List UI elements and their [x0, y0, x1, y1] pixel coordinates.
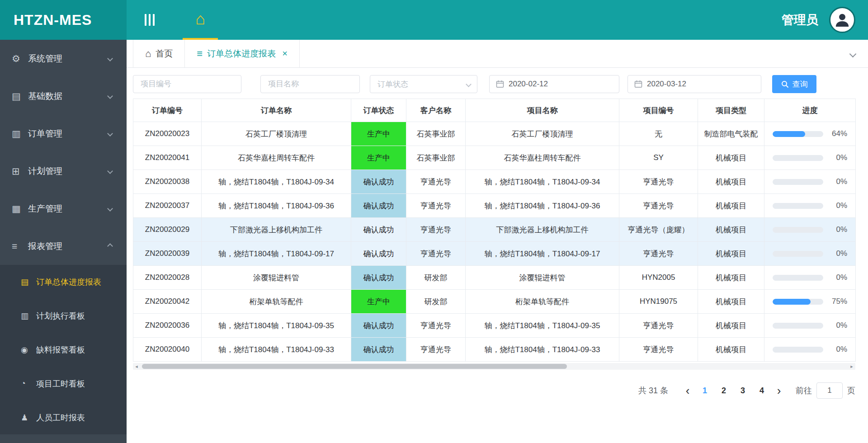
cell-order-no: ZN20020028 [133, 266, 202, 290]
tab-order-progress-report[interactable]: ≡ 订单总体进度报表 × [184, 40, 300, 67]
date-to-input[interactable]: 2020-03-12 [627, 75, 761, 93]
sidebar-item-plans[interactable]: ⊞ 计划管理 [0, 152, 127, 190]
status-cell: 确认成功 [351, 338, 406, 362]
page-number-button[interactable]: 3 [735, 383, 750, 398]
user-avatar[interactable] [829, 7, 855, 33]
page-number-button[interactable]: 1 [697, 383, 712, 398]
progress-bar [773, 203, 823, 209]
sidebar-subitem-label: 订单总体进度报表 [36, 277, 101, 287]
cell-customer: 亨通光导 [406, 314, 466, 338]
status-cell: 生产中 [351, 146, 406, 170]
current-user-label: 管理员 [782, 12, 818, 28]
order-status-select[interactable]: 订单状态 [370, 75, 477, 93]
cell-project-name: 轴，烧结T1804轴，T1804J-09-36 [466, 194, 619, 218]
sidebar-subitem-order-progress-report[interactable]: ▤ 订单总体进度报表 [0, 265, 127, 299]
table-row[interactable]: ZN20020023石英工厂楼顶清理生产中石英事业部石英工厂楼顶清理无制造部电气… [133, 122, 856, 146]
page-number-button[interactable]: 2 [716, 383, 731, 398]
cell-project-type: 机械项目 [698, 290, 764, 314]
table-row[interactable]: ZN20020042桁架单轨等配件生产中研发部桁架单轨等配件HYN19075机械… [133, 290, 856, 314]
cell-project-type: 机械项目 [698, 338, 764, 362]
sidebar-subitem-plan-execution-board[interactable]: ▥ 计划执行看板 [0, 299, 127, 333]
table-row[interactable]: ZN20020038轴，烧结T1804轴，T1804J-09-34确认成功亨通光… [133, 170, 856, 194]
search-button-label: 查询 [793, 79, 808, 90]
progress-label: 0% [836, 225, 847, 234]
select-placeholder: 订单状态 [377, 79, 467, 90]
sidebar-item-orders[interactable]: ▥ 订单管理 [0, 115, 127, 152]
table-row[interactable]: ZN20020029下部激光器上移机构加工件确认成功亨通光导下部激光器上移机构加… [133, 218, 856, 242]
cell-project-type: 机械项目 [698, 266, 764, 290]
table-row[interactable]: ZN20020039轴，烧结T1804轴，T1804J-09-17确认成功亨通光… [133, 242, 856, 266]
tab-home[interactable]: ⌂ 首页 [133, 40, 185, 67]
cell-project-name: 桁架单轨等配件 [466, 290, 619, 314]
table-row[interactable]: ZN20020037轴，烧结T1804轴，T1804J-09-36确认成功亨通光… [133, 194, 856, 218]
order-icon: ▥ [12, 128, 28, 139]
cell-order-name: 下部激光器上移机构加工件 [202, 218, 351, 242]
table-row[interactable]: ZN20020041石英华嘉柱周转车配件生产中石英事业部石英华嘉柱周转车配件SY… [133, 146, 856, 170]
chevron-down-icon [107, 131, 113, 137]
cell-project-no: 亨通光导 [619, 170, 698, 194]
sidebar-item-basic-data[interactable]: ▤ 基础数据 [0, 77, 127, 115]
sidebar-collapse-button[interactable] [145, 13, 155, 27]
cell-order-no: ZN20020041 [133, 146, 202, 170]
project-name-input[interactable] [260, 75, 360, 93]
table-body: ZN20020023石英工厂楼顶清理生产中石英事业部石英工厂楼顶清理无制造部电气… [133, 122, 856, 362]
cell-project-name: 轴，烧结T1804轴，T1804J-09-17 [466, 242, 619, 266]
table-row[interactable]: ZN20020028涂覆辊进料管确认成功研发部涂覆辊进料管HYN2005机械项目… [133, 266, 856, 290]
progress-bar [773, 251, 823, 257]
filter-bar: 订单状态 2020-02-12 2020-03-12 [127, 68, 868, 93]
date-from-input[interactable]: 2020-02-12 [489, 75, 619, 93]
project-no-input[interactable] [133, 75, 241, 93]
search-button[interactable]: 查询 [772, 75, 816, 93]
page-number-button[interactable]: 4 [754, 383, 769, 398]
gear-icon: ⚙ [12, 53, 28, 64]
page-numbers: 1234 [697, 383, 769, 398]
cell-order-no: ZN20020042 [133, 290, 202, 314]
sidebar-item-label: 生产管理 [28, 203, 108, 215]
progress-label: 0% [836, 249, 847, 258]
chevron-down-icon [107, 168, 113, 174]
pagination: 共 31 条 ‹ 1234 › 前往 页 [127, 382, 855, 399]
cell-project-no: 无 [619, 122, 698, 146]
progress-label: 0% [836, 345, 847, 354]
cell-project-no: 亨通光导 [619, 314, 698, 338]
cell-progress: 75% [764, 290, 856, 314]
table-area: 订单编号订单名称订单状态客户名称项目名称项目编号项目类型进度 ZN2002002… [133, 99, 862, 370]
cell-customer: 亨通光导 [406, 242, 466, 266]
table-header-row: 订单编号订单名称订单状态客户名称项目名称项目编号项目类型进度 [133, 99, 856, 122]
sidebar-subitem-material-shortage-board[interactable]: ◉ 缺料报警看板 [0, 333, 127, 367]
column-header: 订单状态 [351, 99, 406, 122]
chevron-down-icon [107, 206, 113, 212]
main-content: ⌂ 首页 ≡ 订单总体进度报表 × 订单状态 2020-02-12 [127, 40, 868, 443]
table-row[interactable]: ZN20020036轴，烧结T1804轴，T1804J-09-35确认成功亨通光… [133, 314, 856, 338]
sidebar-item-production[interactable]: ▦ 生产管理 [0, 190, 127, 227]
sidebar-subitem-personnel-hours-report[interactable]: ♟ 人员工时报表 [0, 401, 127, 434]
prev-page-button[interactable]: ‹ [680, 383, 695, 398]
scrollbar-thumb[interactable] [142, 364, 567, 369]
cell-customer: 石英事业部 [406, 122, 466, 146]
list-icon: ▤ [21, 277, 36, 287]
tabs-dropdown-button[interactable] [850, 40, 855, 68]
scroll-right-arrow-icon[interactable]: ► [848, 363, 855, 370]
goto-label: 前往 [796, 385, 812, 396]
cell-order-name: 轴，烧结T1804轴，T1804J-09-33 [202, 338, 351, 362]
sidebar-item-system[interactable]: ⚙ 系统管理 [0, 40, 127, 77]
status-cell: 生产中 [351, 290, 406, 314]
search-icon [781, 80, 789, 88]
cell-project-no: 亨通光导（庞耀） [619, 218, 698, 242]
table-row[interactable]: ZN20020040轴，烧结T1804轴，T1804J-09-33确认成功亨通光… [133, 338, 856, 362]
cell-project-no: 亨通光导 [619, 194, 698, 218]
cell-customer: 亨通光导 [406, 194, 466, 218]
status-cell: 生产中 [351, 122, 406, 146]
goto-page-input[interactable] [816, 382, 843, 399]
scroll-left-arrow-icon[interactable]: ◄ [133, 363, 140, 370]
report-icon: ≡ [197, 48, 203, 60]
close-icon[interactable]: × [282, 48, 288, 59]
next-page-button[interactable]: › [771, 383, 787, 398]
progress-bar-fill [773, 299, 811, 305]
cell-order-no: ZN20020040 [133, 338, 202, 362]
sidebar-item-reports[interactable]: ≡ 报表管理 [0, 227, 127, 265]
header-home-tab[interactable]: ⌂ [183, 0, 218, 40]
status-cell: 确认成功 [351, 170, 406, 194]
horizontal-scrollbar[interactable]: ◄ ► [133, 363, 855, 370]
sidebar-subitem-project-hours-board[interactable]: ◔ 项目工时看板 [0, 367, 127, 401]
